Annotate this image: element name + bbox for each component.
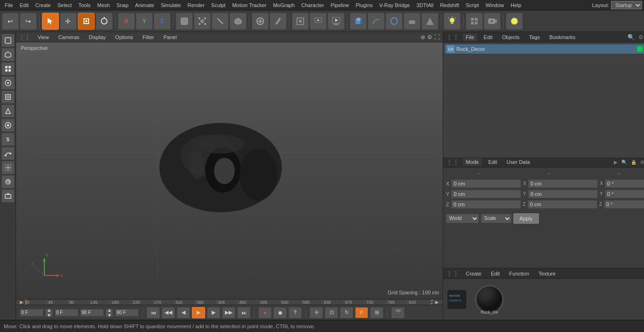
undo-button[interactable]: ↩ — [2, 13, 19, 30]
sidebar-btn-5[interactable] — [1, 90, 15, 104]
render-to-po-button[interactable] — [328, 13, 345, 30]
attr-x-scale-input[interactable] — [528, 179, 598, 188]
viewport-menu-view[interactable]: View — [36, 33, 51, 41]
next-frame-button[interactable]: ▶▶ — [222, 307, 235, 318]
attr-tab-user-data[interactable]: User Data — [504, 158, 533, 166]
add-tool-button[interactable] — [252, 13, 269, 30]
frame-start-btn[interactable]: ▲▼ — [45, 308, 53, 317]
menu-vray[interactable]: V-Ray Bridge — [377, 1, 413, 9]
viewport-menu-panel[interactable]: Panel — [162, 33, 179, 41]
pivot-tool-pb-button[interactable]: P — [355, 307, 368, 318]
polygon-mode-button[interactable] — [230, 13, 247, 30]
object-visibility-dot[interactable] — [637, 46, 643, 52]
cube-tool-button[interactable] — [350, 13, 367, 30]
axis-z-button[interactable]: Z — [154, 13, 171, 30]
attr-tab-mode[interactable]: Mode — [463, 158, 482, 166]
attr-z-pos-input[interactable] — [451, 200, 521, 209]
menu-snap[interactable]: Snap — [114, 1, 132, 9]
menu-3dtall[interactable]: 3DTtAll — [413, 1, 436, 9]
menu-motion-tracker[interactable]: Motion Tracker — [229, 1, 269, 9]
goto-start-button[interactable]: ⏮ — [147, 307, 160, 318]
move-tool-pb-button[interactable]: ✛ — [310, 307, 323, 318]
world-dropdown[interactable]: World — [446, 214, 479, 223]
select-tool-button[interactable] — [42, 13, 59, 30]
menu-pipeline[interactable]: Pipeline — [328, 1, 352, 9]
menu-select[interactable]: Select — [55, 1, 75, 9]
attr-x-rot-input[interactable] — [605, 179, 644, 188]
mat-tab-edit[interactable]: Edit — [488, 270, 503, 277]
viewport-fullscreen-button[interactable]: ⛶ — [434, 34, 440, 40]
move-tool-button[interactable]: ✛ — [60, 13, 77, 30]
sidebar-btn-2[interactable] — [1, 48, 15, 61]
sidebar-btn-1[interactable] — [1, 34, 15, 47]
camera-tool-button[interactable] — [484, 13, 501, 30]
grid-pb-button[interactable]: ⊞ — [370, 307, 383, 318]
menu-tools[interactable]: Tools — [75, 1, 93, 9]
nurbs-tool-button[interactable] — [386, 13, 403, 30]
menu-create[interactable]: Create — [33, 1, 54, 9]
spline-tool-button[interactable] — [368, 13, 385, 30]
rotate-tool-button[interactable] — [96, 13, 113, 30]
new-view-button[interactable] — [506, 13, 523, 30]
sidebar-btn-11[interactable]: S — [1, 175, 15, 188]
menu-animate[interactable]: Animate — [132, 1, 157, 9]
sidebar-btn-8[interactable]: S — [1, 133, 15, 146]
object-mode-button[interactable] — [176, 13, 193, 30]
menu-mesh[interactable]: Mesh — [94, 1, 113, 9]
redo-button[interactable]: ↪ — [20, 13, 37, 30]
menu-plugins[interactable]: Plugins — [353, 1, 375, 9]
record-button[interactable]: ● — [258, 307, 272, 318]
render-button[interactable] — [310, 13, 327, 30]
object-row-rock-decor[interactable]: Lo Rock_Decor — [445, 44, 644, 54]
timeline-playhead[interactable] — [25, 300, 26, 305]
frame-field-input[interactable] — [55, 309, 78, 316]
attr-search-icon[interactable]: 🔍 — [621, 160, 627, 165]
menu-sculpt[interactable]: Sculpt — [208, 1, 229, 9]
menu-redshift[interactable]: Redshift — [437, 1, 462, 9]
axis-x-button[interactable]: X — [118, 13, 135, 30]
light-tool-button[interactable] — [444, 13, 461, 30]
viewport-menu-filter[interactable]: Filter — [140, 33, 156, 41]
next-key-button[interactable]: ▶ — [207, 307, 220, 318]
menu-edit[interactable]: Edit — [17, 1, 32, 9]
attr-y-pos-input[interactable] — [451, 190, 521, 198]
menu-file[interactable]: File — [2, 1, 16, 9]
sidebar-btn-3[interactable] — [1, 62, 15, 75]
prev-key-button[interactable]: ◀ — [177, 307, 190, 318]
sidebar-btn-6[interactable] — [1, 105, 15, 118]
scale-tool-pb-button[interactable]: ⊡ — [325, 307, 338, 318]
viewport-3d[interactable]: X Z Y Perspective Grid Spacing : 100 cm — [16, 42, 443, 299]
play-button[interactable]: ▶ — [192, 307, 205, 318]
mat-tab-texture[interactable]: Texture — [536, 270, 558, 277]
menu-help[interactable]: Help — [508, 1, 524, 9]
effector-tool-button[interactable] — [421, 13, 438, 30]
deformer-tool-button[interactable] — [404, 13, 421, 30]
menu-render[interactable]: Render — [185, 1, 207, 9]
frame-start-input[interactable] — [20, 309, 43, 316]
attr-z-scale-input[interactable] — [528, 200, 597, 209]
settings-icon[interactable]: ⚙ — [638, 34, 644, 40]
viewport-menu-display[interactable]: Display — [87, 33, 107, 41]
edge-mode-button[interactable] — [212, 13, 229, 30]
render-region-button[interactable] — [292, 13, 309, 30]
viewport-menu-options[interactable]: Options — [113, 33, 135, 41]
objects-tab-objects[interactable]: Objects — [499, 33, 522, 41]
frame-end2-input[interactable] — [115, 309, 139, 316]
menu-mograph[interactable]: MoGraph — [270, 1, 297, 9]
point-mode-button[interactable] — [194, 13, 211, 30]
sidebar-btn-7[interactable] — [1, 119, 15, 132]
key-help-button[interactable]: ? — [289, 307, 302, 318]
menu-simulate[interactable]: Simulate — [158, 1, 184, 9]
sidebar-btn-4[interactable] — [1, 76, 15, 89]
grid-tool-button[interactable] — [466, 13, 483, 30]
attr-nav-icon[interactable]: ▶ — [614, 160, 618, 165]
attr-x-pos-input[interactable] — [451, 179, 521, 188]
timeline-ruler[interactable]: ▶ 0 45 90 135 180 225 270 315 360 405 — [16, 300, 443, 305]
mat-tab-create[interactable]: Create — [463, 270, 484, 277]
menu-character[interactable]: Character — [298, 1, 327, 9]
frame-end-input[interactable] — [80, 309, 104, 316]
rotate-tool-pb-button[interactable]: ↻ — [340, 307, 353, 318]
sidebar-btn-9[interactable] — [1, 147, 15, 160]
sidebar-btn-10[interactable] — [1, 161, 15, 174]
viewport-menu-cameras[interactable]: Cameras — [57, 33, 82, 41]
